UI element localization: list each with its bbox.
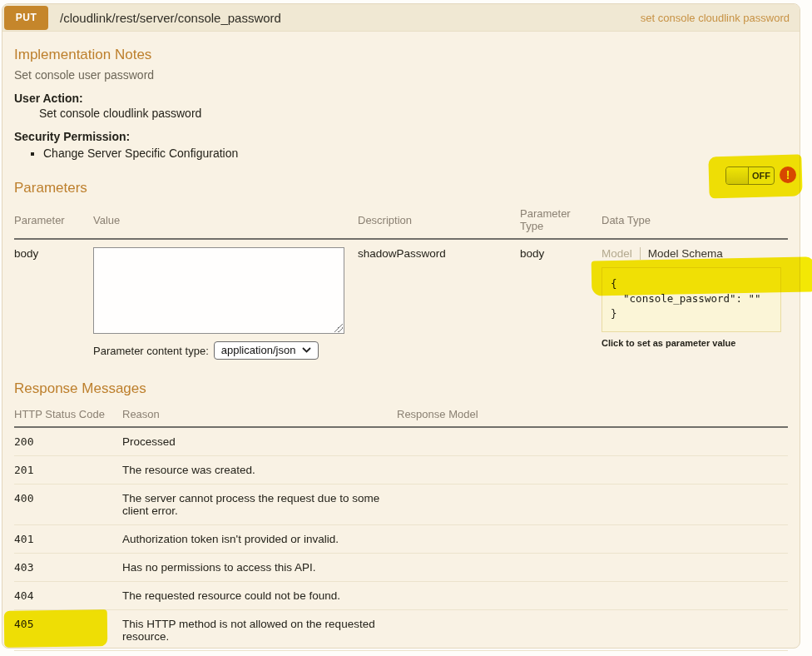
- status-code: 401: [14, 525, 122, 554]
- reason: An unexpected condition was encountered.: [122, 651, 397, 656]
- status-code: 400: [14, 485, 122, 525]
- security-permission-list: Change Server Specific Configuration: [43, 147, 788, 160]
- implementation-notes-heading: Implementation Notes: [14, 47, 788, 63]
- reason: The requested resource could not be foun…: [122, 582, 397, 610]
- chevron-down-icon: [302, 347, 311, 353]
- page: PUT /cloudlink/rest/server/console_passw…: [0, 0, 812, 656]
- endpoint-panel: PUT /cloudlink/rest/server/console_passw…: [2, 3, 800, 649]
- parameter-content-type-select[interactable]: application/json: [214, 341, 319, 360]
- col-header-parameter-type: Parameter Type: [520, 201, 602, 239]
- col-header-value: Value: [93, 201, 358, 239]
- status-code: 500: [14, 651, 122, 656]
- col-header-data-type: Data Type: [602, 201, 788, 239]
- response-row-200: 200Processed: [14, 427, 788, 456]
- response-model: [397, 485, 788, 525]
- response-messages-heading: Response Messages: [14, 380, 788, 397]
- endpoint-header[interactable]: PUT /cloudlink/rest/server/console_passw…: [2, 4, 800, 32]
- parameter-row-body: body Parameter content type: application…: [14, 239, 788, 367]
- implementation-notes-description: Set console user password: [14, 68, 788, 82]
- alert-exclamation-icon: !: [780, 166, 796, 183]
- response-model: [397, 554, 788, 582]
- toggle-knob: [726, 167, 749, 184]
- parameters-heading: Parameters: [14, 180, 788, 196]
- user-action-value: Set console cloudlink password: [39, 107, 788, 120]
- endpoint-summary-link[interactable]: set console cloudlink password: [641, 12, 790, 24]
- response-row-401: 401Authorization token isn't provided or…: [14, 525, 788, 554]
- response-row-201: 201The resource was created.: [14, 456, 788, 485]
- response-model: [397, 456, 788, 485]
- reason: The server cannot process the request du…: [122, 485, 397, 525]
- col-header-parameter: Parameter: [14, 201, 93, 239]
- response-model: [397, 525, 788, 554]
- response-model: [397, 582, 788, 610]
- model-tabs: Model Model Schema: [602, 247, 781, 260]
- response-row-500: 500An unexpected condition was encounter…: [14, 651, 788, 656]
- response-model: [397, 427, 788, 456]
- toggle-state-label: OFF: [749, 167, 774, 184]
- reason: Processed: [122, 427, 397, 456]
- reason: This HTTP method is not allowed on the r…: [122, 610, 397, 651]
- status-code: 201: [14, 456, 122, 485]
- reason: The resource was created.: [122, 456, 397, 485]
- parameters-table: Parameter Value Description Parameter Ty…: [14, 201, 788, 367]
- parameter-description: shadowPassword: [358, 239, 520, 367]
- parameter-name: body: [14, 239, 93, 367]
- response-row-403: 403Has no permissions to access this API…: [14, 554, 788, 582]
- http-method-badge[interactable]: PUT: [4, 6, 48, 30]
- col-header-reason: Reason: [122, 402, 397, 427]
- response-row-400: 400The server cannot process the request…: [14, 485, 788, 525]
- response-model: [397, 651, 788, 656]
- response-model: [397, 610, 788, 651]
- status-code: 403: [14, 554, 122, 582]
- tab-model[interactable]: Model: [602, 247, 640, 260]
- status-code: 200: [14, 427, 122, 456]
- model-schema-snippet[interactable]: { "console_password": "" }: [602, 267, 781, 332]
- reason: Authorization token isn't provided or in…: [122, 525, 397, 554]
- status-code: 404: [14, 582, 122, 610]
- tab-model-schema[interactable]: Model Schema: [641, 247, 723, 260]
- status-code: 405: [14, 610, 122, 651]
- model-schema-json: { "console_password": "" }: [611, 276, 772, 321]
- response-messages-table: HTTP Status Code Reason Response Model 2…: [14, 402, 788, 656]
- schema-click-hint: Click to set as parameter value: [602, 338, 781, 348]
- security-permission-label: Security Permission:: [14, 130, 788, 143]
- content-type-label: Parameter content type:: [93, 345, 209, 357]
- security-permission-item: Change Server Specific Configuration: [43, 147, 788, 160]
- user-action-label: User Action:: [14, 92, 788, 105]
- response-row-404: 404The requested resource could not be f…: [14, 582, 788, 610]
- auth-toggle-switch[interactable]: OFF: [725, 166, 775, 185]
- content-type-selected-value: application/json: [221, 344, 296, 356]
- endpoint-path-link[interactable]: /cloudlink/rest/server/console_password: [60, 11, 641, 25]
- col-header-response-model: Response Model: [397, 402, 788, 427]
- col-header-description: Description: [358, 201, 520, 239]
- response-row-405: 405This HTTP method is not allowed on th…: [14, 610, 788, 651]
- body-parameter-textarea[interactable]: [93, 247, 344, 334]
- parameter-type-value: body: [520, 239, 602, 367]
- reason: Has no permissions to access this API.: [122, 554, 397, 582]
- endpoint-body: Implementation Notes Set console user pa…: [2, 32, 800, 656]
- col-header-status-code: HTTP Status Code: [14, 402, 122, 427]
